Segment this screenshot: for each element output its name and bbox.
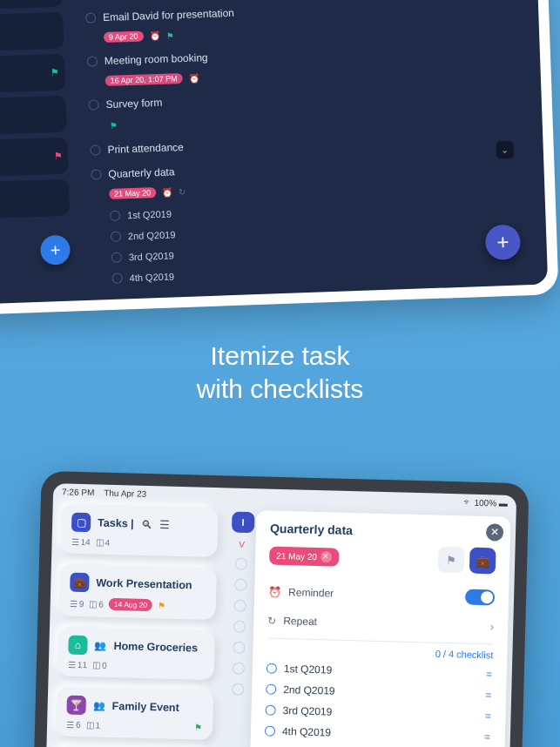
done-count: ◫ 0	[91, 660, 106, 670]
top-tablet-frame: ⚑ ⚑ Simplify layout Email David for pres…	[0, 0, 559, 315]
peek-checkbox	[234, 558, 246, 570]
list-title: Family Event	[111, 700, 179, 714]
checkbox-icon[interactable]	[110, 211, 120, 221]
checkbox-icon[interactable]	[266, 684, 276, 695]
peek-checkbox	[233, 600, 246, 612]
flag-icon: ⚑	[53, 150, 62, 161]
home-icon: ⌂	[68, 636, 88, 656]
top-tablet-screen: ⚑ ⚑ Simplify layout Email David for pres…	[0, 0, 548, 304]
peek-checkbox	[234, 579, 246, 591]
clear-date-icon[interactable]: ✕	[320, 551, 331, 562]
drag-handle-icon[interactable]: =	[483, 730, 490, 743]
checklist-label: 3rd Q2019	[282, 704, 332, 717]
checkbox-icon[interactable]	[265, 705, 275, 716]
date-badge: 9 Apr 20	[104, 30, 144, 43]
clock-icon: ⏰	[162, 187, 172, 197]
date-badge: 14 Aug 20	[108, 598, 152, 611]
side-tab[interactable]: ⚑	[0, 138, 68, 178]
people-icon: 👥	[92, 700, 105, 711]
date-badge[interactable]: 21 May 20 ✕	[269, 546, 339, 566]
checkbox-icon[interactable]	[111, 273, 122, 283]
checkbox-icon[interactable]	[266, 663, 276, 674]
headline-line2: with checklists	[0, 373, 560, 406]
list-title: Tasks |	[97, 516, 133, 529]
status-time: 7:26 PM	[61, 487, 94, 497]
bottom-tablet-screen: 7:26 PM Thu Apr 23 ᯤ 100% ▬ ▢ Tasks | 🔍︎	[44, 483, 516, 747]
peek-checkbox	[232, 683, 244, 696]
status-battery: 100%	[474, 498, 496, 508]
item-count: ☰ 14	[71, 537, 90, 548]
list-card-work[interactable]: 💼 Work Presentation ☰ 9 ◫ 6 14 Aug 20 ⚑	[58, 563, 217, 620]
checklist-label: 4th Q2019	[281, 725, 330, 738]
reminder-toggle[interactable]	[464, 589, 494, 606]
subtask-title: 1st Q2019	[127, 208, 172, 220]
side-tab[interactable]	[0, 0, 63, 10]
list-button[interactable]: 💼	[469, 548, 496, 575]
briefcase-icon: 💼	[70, 573, 90, 593]
repeat-label: Repeat	[283, 615, 317, 628]
item-count: ☰ 9	[69, 598, 84, 608]
chevron-down-icon[interactable]: ⌄	[496, 141, 514, 159]
item-count: ☰ 11	[67, 660, 86, 670]
checkbox-icon[interactable]	[85, 12, 96, 23]
headline-line1: Itemize task	[0, 340, 560, 373]
list-title: Home Groceries	[113, 640, 198, 655]
date-badge: 16 Apr 20, 1:07 PM	[105, 73, 183, 86]
list-card-family[interactable]: 🍸 👥 Family Event ☰ 6 ◫ 1 ⚑	[55, 686, 213, 740]
filter-icon[interactable]: ☰	[159, 518, 169, 531]
task-title: Quarterly data	[108, 165, 174, 180]
repeat-row[interactable]: ↻ Repeat ›	[267, 607, 494, 641]
checkbox-icon[interactable]	[91, 169, 101, 179]
side-tab[interactable]	[0, 179, 70, 219]
side-tab[interactable]	[0, 12, 64, 52]
search-icon[interactable]: 🔍︎	[140, 517, 152, 530]
checkbox-icon[interactable]	[88, 99, 98, 110]
checkbox-icon[interactable]	[111, 252, 122, 263]
marketing-headline: Itemize task with checklists	[0, 340, 560, 405]
checkbox-icon[interactable]	[90, 145, 100, 155]
peek-checkbox	[233, 642, 245, 654]
side-tab[interactable]: ⚑	[0, 54, 65, 94]
checkbox-icon[interactable]	[87, 56, 98, 66]
checkbox-icon[interactable]	[264, 726, 274, 737]
peek-checkbox	[232, 663, 244, 675]
close-icon[interactable]: ✕	[485, 523, 503, 542]
side-tab[interactable]	[0, 96, 67, 136]
bottom-tablet-frame: 7:26 PM Thu Apr 23 ᯤ 100% ▬ ▢ Tasks | 🔍︎	[31, 471, 529, 747]
flag-icon: ⚑	[109, 121, 117, 131]
task-title: Meeting room booking	[105, 51, 208, 67]
list-card-tasks[interactable]: ▢ Tasks | 🔍︎ ☰ ☰ 14 ◫ 4	[60, 503, 218, 557]
done-count: ◫ 4	[95, 537, 110, 547]
drag-handle-icon[interactable]: =	[484, 689, 491, 701]
clock-icon: ⏰	[189, 73, 199, 83]
flag-icon: ⚑	[193, 723, 201, 732]
date-badge: 21 May 20	[109, 187, 156, 199]
drag-handle-icon[interactable]: =	[485, 668, 492, 680]
subtask-title: 3rd Q2019	[129, 250, 174, 262]
repeat-icon: ↻	[179, 186, 186, 196]
chevron-right-icon: ›	[489, 619, 494, 633]
status-date: Thu Apr 23	[104, 488, 146, 499]
alarm-icon: ⏰	[267, 586, 280, 598]
task-title: Email David for presentation	[103, 7, 234, 24]
people-icon: 👥	[94, 640, 106, 651]
clock-icon: ⏰	[149, 30, 159, 40]
flag-button[interactable]: ⚑	[437, 547, 464, 574]
list-icon: ▢	[71, 513, 91, 533]
cocktail-icon: 🍸	[66, 696, 86, 716]
checklist-label: 1st Q2019	[283, 663, 332, 676]
checklist-count: 0 / 4 checklist	[267, 644, 493, 661]
lists-column: ▢ Tasks | 🔍︎ ☰ ☰ 14 ◫ 4 💼	[44, 500, 226, 747]
task-detail-panel: ✕ Quarterly data 21 May 20 ✕ ⚑ 💼 ⏰ R	[246, 510, 510, 747]
peek-badge: V	[231, 539, 252, 549]
list-card-home[interactable]: ⌂ 👥 Home Groceries ☰ 11 ◫ 0	[57, 626, 214, 680]
flag-icon: ⚑	[51, 66, 59, 77]
flag-icon: ⚑	[165, 30, 173, 40]
done-count: ◫ 1	[85, 720, 100, 730]
task-title: Print attendance	[107, 141, 184, 156]
list-title: Work Presentation	[96, 576, 192, 591]
peek-tab[interactable]: I	[231, 511, 254, 533]
panel-title: Quarterly data	[269, 522, 496, 542]
checkbox-icon[interactable]	[111, 232, 121, 242]
drag-handle-icon[interactable]: =	[484, 710, 491, 722]
